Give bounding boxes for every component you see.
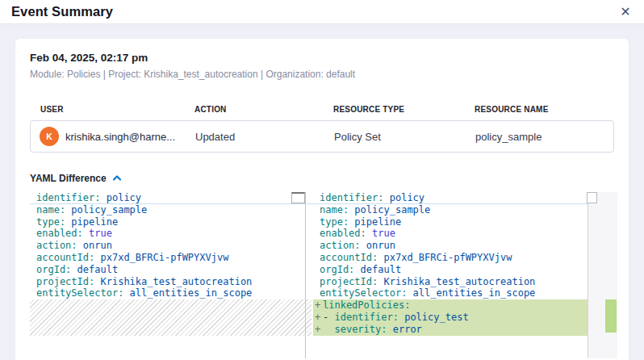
modal-header: Event Summary ✕	[0, 0, 644, 24]
col-action: ACTION	[184, 105, 323, 114]
yaml-line: action: onrun	[307, 240, 588, 252]
diff-original-pane[interactable]: identifier: policyname: policy_sampletyp…	[30, 192, 305, 358]
event-card: Feb 04, 2025, 02:17 pm Module: Policies …	[15, 39, 629, 360]
user-email: krishika.singh@harne...	[65, 131, 175, 143]
col-resource-type: RESOURCE TYPE	[323, 105, 464, 114]
avatar: K	[40, 127, 59, 146]
yaml-added-line: +- identifier: policy_test	[313, 312, 588, 324]
yaml-line: enabled: true	[30, 228, 305, 240]
event-summary-modal: Event Summary ✕ Feb 04, 2025, 02:17 pm M…	[0, 0, 644, 360]
diff-modified-pane[interactable]: identifier: policyname: policy_sampletyp…	[307, 192, 588, 358]
action-value: Updated	[185, 131, 324, 143]
yaml-added-line: + severity: error	[313, 324, 588, 336]
col-resource-name: RESOURCE NAME	[464, 105, 614, 114]
yaml-line: name: policy_sample	[30, 204, 305, 216]
collapse-toggle-button[interactable]	[112, 172, 122, 184]
table-row: K krishika.singh@harne... Updated Policy…	[30, 120, 614, 153]
chevron-up-icon	[112, 172, 122, 184]
yaml-diff-header: YAML Difference	[30, 172, 614, 184]
yaml-line: projectId: Krishika_test_autocreation	[307, 276, 588, 288]
diff-sash[interactable]	[305, 192, 306, 358]
close-icon[interactable]: ✕	[615, 2, 636, 23]
yaml-line: identifier: policy	[307, 192, 588, 204]
event-meta: Module: Policies | Project: Krishika_tes…	[30, 69, 614, 80]
yaml-line: name: policy_sample	[307, 204, 588, 216]
yaml-line: type: pipeline	[30, 216, 305, 228]
yaml-line: accountId: px7xd_BFRCi-pfWPYXVjvw	[307, 252, 588, 264]
page-title: Event Summary	[11, 4, 113, 19]
yaml-line: action: onrun	[30, 240, 305, 252]
yaml-line: entitySelector: all_entities_in_scope	[307, 287, 588, 299]
left-scrollbar-slider[interactable]	[291, 192, 305, 203]
yaml-line: accountId: px7xd_BFRCi-pfWPYXVjvw	[30, 252, 305, 264]
diff-overview-ruler[interactable]	[588, 192, 617, 358]
yaml-line: orgId: default	[307, 264, 588, 276]
event-timestamp: Feb 04, 2025, 02:17 pm	[30, 52, 614, 64]
col-user: USER	[30, 105, 184, 114]
yaml-line: entitySelector: all_entities_in_scope	[30, 287, 305, 299]
yaml-line: enabled: true	[307, 228, 588, 240]
yaml-line: identifier: policy	[30, 192, 305, 204]
right-scrollbar-slider[interactable]	[587, 192, 597, 203]
yaml-line: type: pipeline	[307, 216, 588, 228]
user-cell: K krishika.singh@harne...	[31, 127, 185, 146]
yaml-line: orgId: default	[30, 264, 305, 276]
ruler-added-marker	[605, 299, 617, 333]
resource-name-value: policy_sample	[465, 131, 613, 143]
yaml-line: projectId: Krishika_test_autocreation	[30, 276, 305, 288]
yaml-added-line: +linkedPolicies:	[313, 299, 588, 312]
yaml-diff-label: YAML Difference	[30, 173, 107, 184]
resource-type-value: Policy Set	[324, 131, 465, 143]
table-header: USER ACTION RESOURCE TYPE RESOURCE NAME	[30, 100, 614, 118]
audit-table: USER ACTION RESOURCE TYPE RESOURCE NAME …	[30, 100, 614, 153]
yaml-diff-editor: identifier: policyname: policy_sampletyp…	[30, 192, 617, 358]
